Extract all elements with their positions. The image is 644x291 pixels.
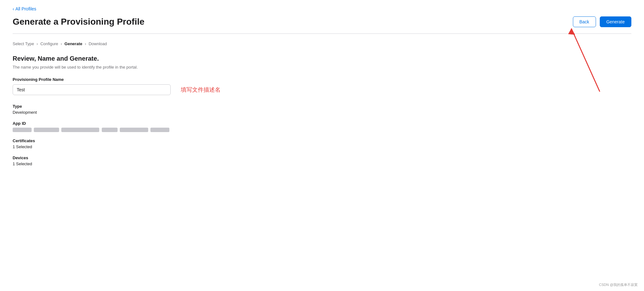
section-title: Review, Name and Generate. <box>13 55 631 62</box>
breadcrumb-sep-1: › <box>37 42 38 46</box>
appid-blurred-1 <box>13 128 32 132</box>
generate-button[interactable]: Generate <box>600 16 631 27</box>
appid-blurred-3 <box>61 128 99 132</box>
breadcrumb-sep-3: › <box>85 42 86 46</box>
appid-blurred-2 <box>34 128 59 132</box>
section-description: The name you provide will be used to ide… <box>13 65 631 70</box>
devices-label: Devices <box>13 155 631 160</box>
annotation-text: 填写文件描述名 <box>181 86 221 94</box>
type-row: Type Development <box>13 104 631 115</box>
breadcrumb-configure: Configure <box>40 41 58 46</box>
breadcrumb-generate: Generate <box>64 41 82 46</box>
chevron-left-icon: ‹ <box>13 6 14 11</box>
back-to-profiles-link[interactable]: ‹ All Profiles <box>13 6 36 11</box>
page-title: Generate a Provisioning Profile <box>13 17 144 27</box>
back-link-label: All Profiles <box>15 6 36 11</box>
appid-blurred-5 <box>120 128 148 132</box>
devices-row: Devices 1 Selected <box>13 155 631 166</box>
type-value: Development <box>13 110 631 115</box>
type-label: Type <box>13 104 631 109</box>
appid-row: App ID <box>13 121 631 132</box>
certificates-row: Certificates 1 Selected <box>13 138 631 149</box>
breadcrumb-sep-2: › <box>61 42 62 46</box>
certificates-label: Certificates <box>13 138 631 143</box>
appid-label: App ID <box>13 121 631 126</box>
header-buttons: Back Generate <box>573 16 632 27</box>
appid-blurred-6 <box>150 128 169 132</box>
appid-blurred-4 <box>102 128 118 132</box>
breadcrumb-select-type: Select Type <box>13 41 34 46</box>
back-button[interactable]: Back <box>573 16 596 27</box>
appid-value <box>13 127 631 132</box>
breadcrumb: Select Type › Configure › Generate › Dow… <box>13 41 631 46</box>
breadcrumb-download: Download <box>88 41 107 46</box>
devices-value: 1 Selected <box>13 161 631 166</box>
profile-name-row: 填写文件描述名 <box>13 84 631 95</box>
csdn-watermark: CSDN @我的孤单不寂寞 <box>599 282 638 287</box>
profile-name-label: Provisioning Profile Name <box>13 77 631 82</box>
header-row: Generate a Provisioning Profile Back Gen… <box>13 16 631 34</box>
profile-name-input[interactable] <box>13 84 171 95</box>
certificates-value: 1 Selected <box>13 144 631 149</box>
